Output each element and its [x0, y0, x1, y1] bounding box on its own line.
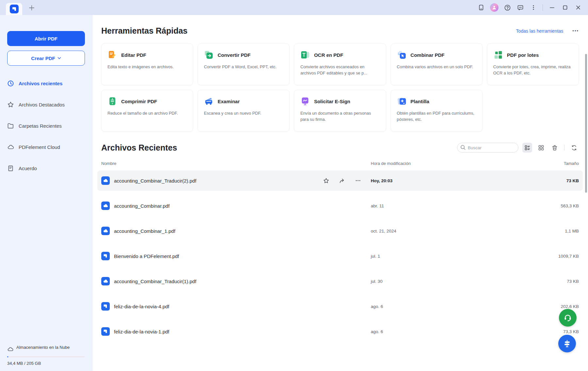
ocr-pdf-icon [300, 50, 310, 60]
file-row[interactable]: feliz-dia-de-la-novia-1.pdf ago. 6 73,3 … [97, 321, 583, 342]
tool-card-title: Editar PDF [121, 52, 146, 58]
table-header: Nombre Hora de modificación Tamaño [101, 161, 579, 166]
maximize-icon[interactable] [559, 2, 572, 13]
file-modified: Hoy, 20:03 [371, 178, 540, 183]
cloud-storage-panel[interactable]: Almacenamiento en la Nube 34,4 MB / 205 … [7, 345, 85, 366]
new-tab-plus-icon[interactable] [28, 4, 35, 11]
tool-card-title: Solicitar E-Sign [314, 99, 350, 104]
titlebar [0, 0, 588, 15]
cloud-file-icon [101, 202, 110, 210]
tool-card-pdf-por-lotes[interactable]: PDF por lotes Convierte por lotes, crea,… [487, 43, 579, 85]
compress-pdf-icon [107, 96, 117, 106]
avatar [490, 3, 498, 12]
more-menu-icon[interactable] [527, 2, 540, 13]
pdfelement-file-icon [101, 252, 110, 260]
tool-card-desc: Edita texto e imágenes en archivos. [107, 64, 187, 70]
feedback-icon[interactable] [514, 2, 527, 13]
tool-card-title: Plantilla [411, 99, 430, 104]
sidebar-item-acuerdo[interactable]: Acuerdo [7, 162, 85, 175]
convert-pdf-icon [204, 50, 214, 60]
file-row[interactable]: accounting_Combinar.pdf abr. 11 563,3 KB [97, 196, 583, 216]
tool-card-desc: Escanea y crea un nuevo PDF. [204, 110, 283, 117]
file-modified: ago. 6 [371, 329, 540, 334]
tool-card-editar-pdf[interactable]: Editar PDF Edita texto e imágenes en arc… [101, 43, 193, 85]
file-row[interactable]: accounting_Combinar_1.pdf oct. 21, 2024 … [97, 221, 583, 241]
titlebar-controls [475, 0, 588, 15]
tool-card-title: Examinar [218, 99, 240, 104]
sidebar-nav: Archivos recientes Archivos Destacados C… [7, 77, 85, 175]
create-pdf-label: Crear PDF [31, 56, 55, 61]
toolbar-separator [564, 145, 564, 151]
scrollbar-thumb[interactable] [585, 54, 587, 193]
file-modified: jul. 1 [371, 254, 540, 259]
file-modified: oct. 21, 2024 [371, 229, 540, 234]
file-row[interactable]: feliz-dia-de-la-novia-4.pdf ago. 6 202,6… [97, 296, 583, 316]
quick-tools-title: Herramientas Rápidas [101, 26, 188, 36]
tool-card-desc: Convierte por lotes, crea, imprime, real… [493, 64, 573, 76]
search-box [457, 143, 518, 153]
file-modified: jul. 30 [371, 279, 540, 284]
sidebar-item-archivos-recientes[interactable]: Archivos recientes [7, 77, 85, 90]
tool-card-desc: Envía un documento a otras personas para… [300, 110, 380, 122]
cloud-file-icon [101, 176, 110, 185]
sidebar-item-pdfelement-cloud[interactable]: PDFelement Cloud [7, 140, 85, 153]
tool-card-examinar[interactable]: Examinar Escanea y crea un nuevo PDF. [198, 90, 289, 132]
column-header-tamano[interactable]: Tamaño [540, 161, 579, 166]
open-pdf-button[interactable]: Abrir PDF [7, 31, 85, 46]
recent-files-list: accounting_Combinar_Traducir(2).pdf Hoy,… [101, 170, 579, 342]
refresh-icon[interactable] [569, 143, 579, 153]
file-name: Bienvenido a PDFelement.pdf [114, 253, 179, 259]
file-row[interactable]: accounting_Combinar_Traducir(1).pdf jul.… [97, 271, 583, 291]
minimize-icon[interactable] [546, 2, 559, 13]
tool-card-solicitar-esign[interactable]: Solicitar E-Sign Envía un documento a ot… [294, 90, 386, 132]
create-pdf-button[interactable]: Crear PDF [7, 51, 85, 66]
column-header-nombre[interactable]: Nombre [101, 161, 371, 166]
main-content: Herramientas Rápidas Todas las herramien… [92, 15, 588, 371]
tool-card-ocr-en-pdf[interactable]: OCR en PDF Convierte archivos escaneados… [294, 43, 386, 85]
search-input[interactable] [457, 143, 518, 153]
file-name: feliz-dia-de-la-novia-4.pdf [114, 304, 169, 309]
column-header-modificacion[interactable]: Hora de modificación [371, 161, 540, 166]
sidebar-item-carpetas-recientes[interactable]: Carpetas Recientes [7, 119, 85, 132]
search-icon [460, 145, 466, 150]
tool-card-title: Convertir PDF [218, 52, 251, 58]
document-tab-home[interactable] [6, 3, 22, 15]
trash-icon[interactable] [550, 143, 560, 153]
user-avatar[interactable] [488, 2, 501, 13]
favorite-star-icon[interactable] [323, 178, 329, 184]
cloud-icon [7, 144, 14, 151]
tool-card-combinar-pdf[interactable]: Combinar PDF Combina varios archivos en … [391, 43, 482, 85]
tool-card-desc: Reduce el tamaño de un archivo PDF. [107, 110, 187, 117]
tool-card-plantilla[interactable]: Plantilla Obtén plantillas en PDF para c… [391, 90, 482, 132]
tool-card-desc: Obtén plantillas en PDF para currículums… [397, 110, 476, 122]
tool-card-title: Combinar PDF [411, 52, 445, 58]
grid-view-icon[interactable] [536, 143, 546, 153]
template-icon [397, 96, 407, 106]
sidebar-item-archivos-destacados[interactable]: Archivos Destacados [7, 98, 85, 111]
share-icon[interactable] [339, 178, 345, 184]
support-headset-button[interactable] [559, 309, 577, 327]
guide-icon[interactable] [475, 2, 488, 13]
cloud-storage-label: Almacenamiento en la Nube [16, 345, 70, 352]
star-icon [7, 101, 14, 108]
file-size: 1009,7 KB [540, 254, 579, 259]
chevron-down-icon [57, 57, 61, 59]
guidepost-button[interactable] [558, 335, 576, 352]
list-view-icon[interactable] [522, 143, 532, 153]
file-name: accounting_Combinar_Traducir(2).pdf [114, 178, 196, 184]
pdfelement-file-icon [101, 302, 110, 311]
signpost-icon [563, 339, 572, 348]
tool-card-comprimir-pdf[interactable]: Comprimir PDF Reduce el tamaño de un arc… [101, 90, 193, 132]
storage-usage-text: 34,4 MB / 205 GB [7, 361, 85, 366]
close-icon[interactable] [572, 2, 585, 13]
tool-card-convertir-pdf[interactable]: Convertir PDF Convertir PDF a Word, Exce… [198, 43, 289, 85]
all-tools-link[interactable]: Todas las herramientas [516, 28, 564, 34]
file-row[interactable]: Bienvenido a PDFelement.pdf jul. 1 1009,… [97, 246, 583, 266]
quick-tools-more-icon[interactable]: ••• [572, 28, 579, 33]
file-size: 202,6 KB [540, 304, 579, 309]
more-options-icon[interactable] [355, 178, 361, 184]
help-icon[interactable] [501, 2, 514, 13]
sidebar-item-label: Carpetas Recientes [19, 123, 62, 129]
file-row[interactable]: accounting_Combinar_Traducir(2).pdf Hoy,… [97, 170, 583, 191]
row-actions [323, 178, 361, 184]
